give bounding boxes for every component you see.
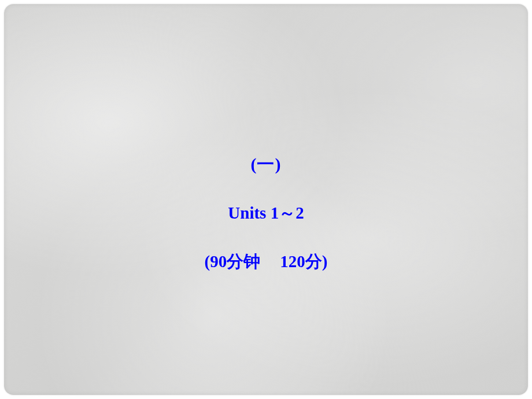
duration-text: (90分钟 [205, 252, 261, 271]
title-line-1: (一) [205, 153, 328, 176]
title-line-3: (90分钟120分) [205, 250, 328, 274]
score-text: 120分) [280, 252, 327, 271]
title-line-2: Units 1～2 [205, 202, 328, 225]
slide-content: (一) Units 1～2 (90分钟120分) [205, 101, 328, 299]
slide-container: (一) Units 1～2 (90分钟120分) [4, 4, 528, 395]
